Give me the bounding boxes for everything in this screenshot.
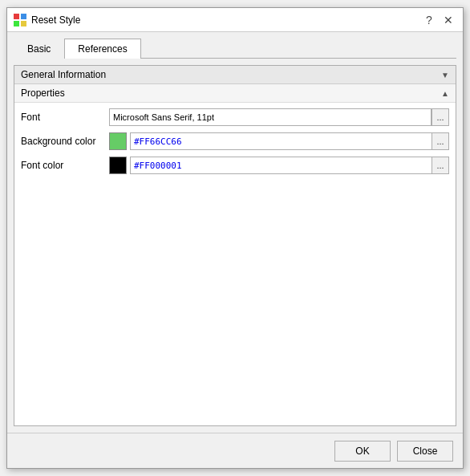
app-icon [14,14,26,26]
close-button[interactable]: ✕ [440,12,456,28]
svg-rect-1 [21,14,26,19]
font-color-label: Font color [21,160,109,171]
font-color-swatch [109,157,127,174]
svg-rect-0 [14,14,19,19]
dialog-title: Reset Style [31,14,421,26]
properties-section[interactable]: Properties ▲ [14,84,456,103]
dialog-footer: OK Close [7,433,463,468]
font-color-input[interactable] [130,157,432,174]
tab-references[interactable]: References [64,39,140,59]
properties-arrow: ▲ [441,89,449,98]
font-input[interactable] [109,108,432,126]
properties-label: Properties [21,87,65,99]
title-bar-controls: ? ✕ [421,12,456,28]
general-information-arrow: ▼ [441,71,449,79]
font-color-value-container: ... [109,157,449,174]
background-color-row: Background color ... [21,132,449,151]
background-color-ellipsis-button[interactable]: ... [432,132,449,150]
background-color-label: Background color [21,136,109,147]
font-value-container: ... [109,108,449,126]
font-label: Font [21,112,109,123]
svg-rect-3 [21,21,26,26]
general-information-label: General Information [21,69,106,80]
background-color-value-container: ... [109,132,449,150]
ok-button[interactable]: OK [334,441,391,462]
reset-style-dialog: Reset Style ? ✕ Basic References General… [6,7,464,469]
close-dialog-button[interactable]: Close [397,441,453,462]
dialog-body: Basic References General Information ▼ P… [7,32,463,433]
help-button[interactable]: ? [421,12,437,28]
svg-rect-2 [14,21,19,26]
content-area: General Information ▼ Properties ▲ Font … [14,65,456,426]
background-color-input[interactable] [130,132,432,150]
properties-grid: Font ... Background color ... [14,103,456,185]
font-color-row: Font color ... [21,156,449,175]
font-row: Font ... [21,108,449,127]
tab-bar: Basic References [14,39,456,59]
title-bar: Reset Style ? ✕ [7,8,463,32]
font-ellipsis-button[interactable]: ... [432,108,449,126]
font-color-ellipsis-button[interactable]: ... [432,157,449,174]
general-information-section[interactable]: General Information ▼ [14,66,456,84]
background-color-swatch [109,132,127,150]
tab-basic[interactable]: Basic [14,39,64,59]
